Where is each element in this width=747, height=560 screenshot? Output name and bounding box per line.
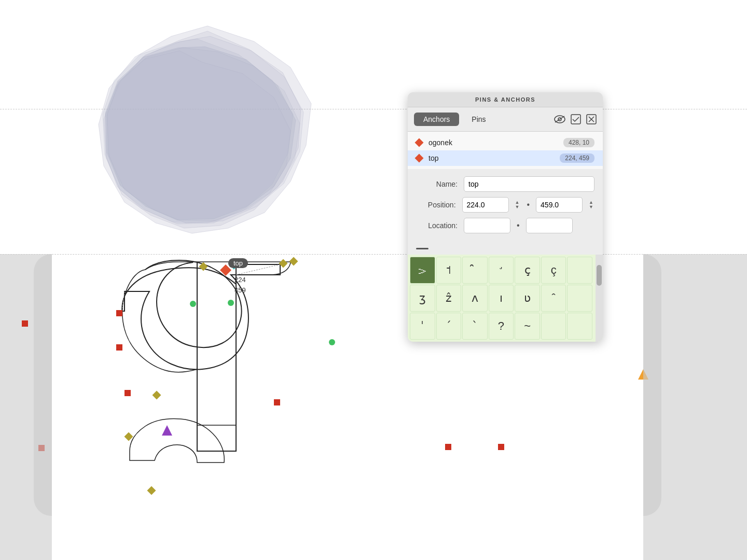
svg-rect-23 [22,320,28,327]
eye-icon-btn[interactable] [554,115,565,123]
glyph-cell-1-5[interactable]: ˆ [541,285,566,312]
tab-anchors[interactable]: Anchors [414,113,459,126]
close-icon-btn[interactable] [586,114,597,124]
glyph-svg [0,0,747,560]
glyph-cell-2-4[interactable]: ~ [515,313,540,340]
glyph-grid-container: 𝈷 ˦ ̑ ̛ ҫ ç ʒ ẑ ʌ ı ʋ ˆ ˈ ˊ ˋ ? ~ [408,255,603,342]
position-label: Position: [416,201,456,209]
properties-section: Name: Position: ▲ ▼ • ▲ ▼ Location: [408,169,603,244]
glyph-cell-1-1[interactable]: ẑ [436,285,462,312]
svg-line-32 [555,116,564,122]
glyph-cell-0-1[interactable]: ˦ [436,257,462,284]
glyph-cell-1-6[interactable] [567,285,592,312]
svg-point-11 [190,301,196,307]
scrollbar-thumb[interactable] [597,265,602,286]
tooltip-y: 459 [234,285,246,296]
svg-rect-24 [445,444,451,450]
glyph-cell-1-4[interactable]: ʋ [515,285,540,312]
svg-marker-28 [162,425,172,436]
svg-rect-33 [571,115,580,124]
anchor-list: ogonek 428, 10 top 224, 459 [408,132,603,169]
dot-separator: • [527,200,530,209]
name-label: Name: [416,180,458,188]
position-y-down[interactable]: ▼ [588,205,594,209]
anchor-diamond-ogonek [415,138,424,147]
position-y-input[interactable] [536,197,583,213]
position-x-down[interactable]: ▼ [514,205,521,209]
svg-point-10 [329,339,335,345]
location-label: Location: [416,221,458,230]
glyph-cell-2-2[interactable]: ˋ [462,313,488,340]
glyph-cell-1-0[interactable]: ʒ [410,285,435,312]
tooltip-x: 224 [234,275,246,285]
svg-rect-21 [274,399,280,405]
panel-tabs: Anchors Pins [408,107,603,132]
svg-rect-25 [498,444,504,450]
svg-rect-14 [289,257,298,266]
location-inputs: • [464,218,594,233]
svg-rect-19 [116,344,122,351]
location-dot-separator: • [517,221,520,230]
anchor-row-top[interactable]: top 224, 459 [408,150,603,166]
svg-rect-15 [125,432,133,441]
anchor-coords-top: 224, 459 [560,153,594,163]
glyph-cell-2-6 [567,313,592,340]
glyph-grid-row3: ˈ ˊ ˋ ? ~ [410,313,592,340]
position-x-stepper[interactable]: ▲ ▼ [514,200,521,209]
glyph-cell-1-3[interactable]: ı [489,285,514,312]
name-row: Name: [416,176,594,192]
glyph-cell-2-1[interactable]: ˊ [436,313,462,340]
anchor-coords-display: 224 459 [234,275,246,295]
location-y-input[interactable] [526,218,573,233]
minus-bar[interactable] [416,248,428,249]
glyph-cell-0-0[interactable]: 𝈷 [410,257,435,284]
anchor-tooltip: top [228,258,248,268]
panel-title: PINS & ANCHORS [475,96,535,103]
position-x-input[interactable] [462,197,509,213]
tab-icon-group [554,114,597,124]
anchor-row-ogonek[interactable]: ogonek 428, 10 [408,135,603,150]
anchor-diamond-top [415,154,424,163]
anchor-name-top: top [428,154,560,162]
anchor-coords-ogonek: 428, 10 [563,138,594,147]
position-inputs: ▲ ▼ • ▲ ▼ [462,197,594,213]
glyph-cell-0-4[interactable]: ҫ [515,257,540,284]
glyph-cell-2-0[interactable]: ˈ [410,313,435,340]
location-x-input[interactable] [464,218,510,233]
checkbox-icon-btn[interactable] [571,114,581,124]
glyph-grid-row1: 𝈷 ˦ ̑ ̛ ҫ ç [410,257,592,284]
svg-rect-18 [116,310,122,316]
glyph-grid-row2: ʒ ẑ ʌ ı ʋ ˆ [410,285,592,312]
glyph-cell-1-2[interactable]: ʌ [462,285,488,312]
panel-titlebar: PINS & ANCHORS [408,92,603,107]
location-row: Location: • [416,218,594,233]
tab-pins[interactable]: Pins [462,113,495,126]
glyph-cell-2-3[interactable]: ? [489,313,514,340]
pins-anchors-panel: PINS & ANCHORS Anchors Pins [408,92,603,342]
canvas-area: top 224 459 [0,0,747,560]
glyph-scrollbar[interactable] [596,255,603,342]
svg-rect-17 [153,391,161,400]
glyph-cell-0-3[interactable]: ̛ [489,257,514,284]
name-input[interactable] [464,176,594,192]
svg-rect-20 [125,390,131,396]
glyph-cell-0-5[interactable]: ç [541,257,566,284]
position-row: Position: ▲ ▼ • ▲ ▼ [416,197,594,213]
glyph-cell-2-5 [541,313,566,340]
glyph-cell-0-6[interactable] [567,257,592,284]
position-y-stepper[interactable]: ▲ ▼ [588,200,594,209]
tooltip-label: top [233,259,243,267]
anchor-name-ogonek: ogonek [428,138,563,147]
glyph-cell-0-2[interactable]: ̑ [462,257,488,284]
svg-point-9 [228,300,234,306]
svg-rect-16 [147,486,156,495]
